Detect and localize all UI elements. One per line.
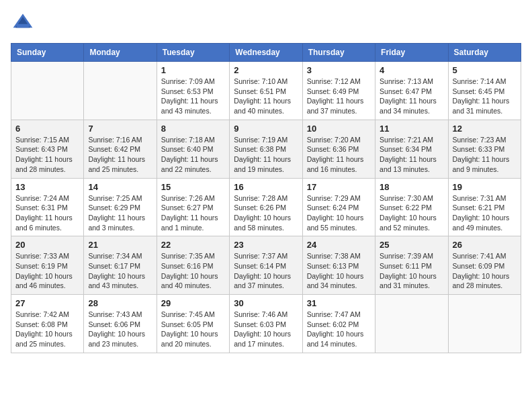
day-number: 18 [380,182,443,192]
day-info: Sunrise: 7:18 AMSunset: 6:40 PMDaylight:… [161,135,225,175]
day-info: Sunrise: 7:35 AMSunset: 6:16 PMDaylight:… [161,251,225,291]
day-number: 11 [380,124,443,134]
weekday-header-monday: Monday [84,44,157,62]
day-number: 17 [307,182,371,192]
day-number: 13 [15,182,79,192]
day-cell: 14Sunrise: 7:25 AMSunset: 6:29 PMDayligh… [84,178,157,236]
day-cell: 2Sunrise: 7:10 AMSunset: 6:51 PMDaylight… [230,62,302,120]
day-info: Sunrise: 7:29 AMSunset: 6:24 PMDaylight:… [307,193,371,233]
day-info: Sunrise: 7:26 AMSunset: 6:27 PMDaylight:… [161,193,225,233]
day-number: 26 [453,240,517,250]
day-number: 30 [234,298,298,308]
day-info: Sunrise: 7:28 AMSunset: 6:26 PMDaylight:… [234,193,298,233]
day-info: Sunrise: 7:42 AMSunset: 6:08 PMDaylight:… [15,310,79,349]
day-info: Sunrise: 7:19 AMSunset: 6:38 PMDaylight:… [234,135,298,175]
day-info: Sunrise: 7:20 AMSunset: 6:36 PMDaylight:… [307,135,371,175]
weekday-header-sunday: Sunday [11,44,84,62]
day-info: Sunrise: 7:45 AMSunset: 6:05 PMDaylight:… [161,310,225,349]
day-cell: 6Sunrise: 7:15 AMSunset: 6:43 PMDaylight… [11,120,84,178]
day-cell: 1Sunrise: 7:09 AMSunset: 6:53 PMDaylight… [157,62,229,120]
weekday-header-wednesday: Wednesday [230,44,302,62]
day-cell: 29Sunrise: 7:45 AMSunset: 6:05 PMDayligh… [157,295,229,353]
weekday-header-friday: Friday [375,44,448,62]
day-info: Sunrise: 7:15 AMSunset: 6:43 PMDaylight:… [15,135,79,175]
day-number: 20 [15,240,79,250]
day-cell: 9Sunrise: 7:19 AMSunset: 6:38 PMDaylight… [230,120,302,178]
day-cell: 31Sunrise: 7:47 AMSunset: 6:02 PMDayligh… [302,295,375,353]
day-number: 8 [161,124,225,134]
day-cell [448,295,521,353]
weekday-header-saturday: Saturday [448,44,521,62]
day-number: 29 [161,298,225,308]
day-info: Sunrise: 7:16 AMSunset: 6:42 PMDaylight:… [88,135,152,175]
day-info: Sunrise: 7:21 AMSunset: 6:34 PMDaylight:… [380,135,443,175]
day-info: Sunrise: 7:38 AMSunset: 6:13 PMDaylight:… [307,251,371,291]
week-row-3: 13Sunrise: 7:24 AMSunset: 6:31 PMDayligh… [11,178,521,236]
day-cell: 20Sunrise: 7:33 AMSunset: 6:19 PMDayligh… [11,236,84,295]
day-cell: 8Sunrise: 7:18 AMSunset: 6:40 PMDaylight… [157,120,229,178]
day-number: 24 [307,240,371,250]
day-number: 12 [453,124,517,134]
day-number: 14 [88,182,152,192]
day-info: Sunrise: 7:10 AMSunset: 6:51 PMDaylight:… [234,77,298,116]
day-number: 21 [88,240,152,250]
day-cell: 22Sunrise: 7:35 AMSunset: 6:16 PMDayligh… [157,236,229,295]
logo [11,11,38,35]
day-info: Sunrise: 7:47 AMSunset: 6:02 PMDaylight:… [307,310,371,349]
day-cell: 21Sunrise: 7:34 AMSunset: 6:17 PMDayligh… [84,236,157,295]
day-cell: 15Sunrise: 7:26 AMSunset: 6:27 PMDayligh… [157,178,229,236]
day-number: 4 [380,65,443,75]
weekday-header-thursday: Thursday [302,44,375,62]
day-number: 3 [307,65,371,75]
day-info: Sunrise: 7:33 AMSunset: 6:19 PMDaylight:… [15,251,79,291]
day-number: 6 [15,124,79,134]
day-info: Sunrise: 7:46 AMSunset: 6:03 PMDaylight:… [234,310,298,349]
day-cell: 11Sunrise: 7:21 AMSunset: 6:34 PMDayligh… [375,120,448,178]
day-info: Sunrise: 7:12 AMSunset: 6:49 PMDaylight:… [307,77,371,116]
day-cell: 13Sunrise: 7:24 AMSunset: 6:31 PMDayligh… [11,178,84,236]
day-info: Sunrise: 7:25 AMSunset: 6:29 PMDaylight:… [88,193,152,233]
day-number: 27 [15,298,79,308]
day-number: 23 [234,240,298,250]
day-number: 28 [88,298,152,308]
day-cell: 12Sunrise: 7:23 AMSunset: 6:33 PMDayligh… [448,120,521,178]
day-info: Sunrise: 7:43 AMSunset: 6:06 PMDaylight:… [88,310,152,349]
weekday-header-tuesday: Tuesday [157,44,229,62]
day-number: 22 [161,240,225,250]
day-number: 31 [307,298,371,308]
week-row-2: 6Sunrise: 7:15 AMSunset: 6:43 PMDaylight… [11,120,521,178]
day-cell: 28Sunrise: 7:43 AMSunset: 6:06 PMDayligh… [84,295,157,353]
day-cell: 27Sunrise: 7:42 AMSunset: 6:08 PMDayligh… [11,295,84,353]
day-cell: 16Sunrise: 7:28 AMSunset: 6:26 PMDayligh… [230,178,302,236]
day-cell: 4Sunrise: 7:13 AMSunset: 6:47 PMDaylight… [375,62,448,120]
day-cell [11,62,84,120]
day-info: Sunrise: 7:13 AMSunset: 6:47 PMDaylight:… [380,77,443,116]
day-cell: 19Sunrise: 7:31 AMSunset: 6:21 PMDayligh… [448,178,521,236]
week-row-4: 20Sunrise: 7:33 AMSunset: 6:19 PMDayligh… [11,236,521,295]
day-info: Sunrise: 7:24 AMSunset: 6:31 PMDaylight:… [15,193,79,233]
day-cell: 3Sunrise: 7:12 AMSunset: 6:49 PMDaylight… [302,62,375,120]
day-info: Sunrise: 7:39 AMSunset: 6:11 PMDaylight:… [380,251,443,291]
day-number: 15 [161,182,225,192]
day-number: 19 [453,182,517,192]
day-cell: 7Sunrise: 7:16 AMSunset: 6:42 PMDaylight… [84,120,157,178]
day-cell: 5Sunrise: 7:14 AMSunset: 6:45 PMDaylight… [448,62,521,120]
day-info: Sunrise: 7:09 AMSunset: 6:53 PMDaylight:… [161,77,225,116]
day-cell: 26Sunrise: 7:41 AMSunset: 6:09 PMDayligh… [448,236,521,295]
day-cell: 18Sunrise: 7:30 AMSunset: 6:22 PMDayligh… [375,178,448,236]
day-cell: 17Sunrise: 7:29 AMSunset: 6:24 PMDayligh… [302,178,375,236]
svg-rect-2 [17,24,29,28]
calendar-table: SundayMondayTuesdayWednesdayThursdayFrid… [11,43,521,353]
day-number: 10 [307,124,371,134]
day-number: 7 [88,124,152,134]
day-cell: 23Sunrise: 7:37 AMSunset: 6:14 PMDayligh… [230,236,302,295]
day-number: 25 [380,240,443,250]
week-row-1: 1Sunrise: 7:09 AMSunset: 6:53 PMDaylight… [11,62,521,120]
day-info: Sunrise: 7:34 AMSunset: 6:17 PMDaylight:… [88,251,152,291]
day-cell: 30Sunrise: 7:46 AMSunset: 6:03 PMDayligh… [230,295,302,353]
day-info: Sunrise: 7:30 AMSunset: 6:22 PMDaylight:… [380,193,443,233]
page-header [11,11,521,35]
day-info: Sunrise: 7:14 AMSunset: 6:45 PMDaylight:… [453,77,517,116]
week-row-5: 27Sunrise: 7:42 AMSunset: 6:08 PMDayligh… [11,295,521,353]
day-info: Sunrise: 7:37 AMSunset: 6:14 PMDaylight:… [234,251,298,291]
